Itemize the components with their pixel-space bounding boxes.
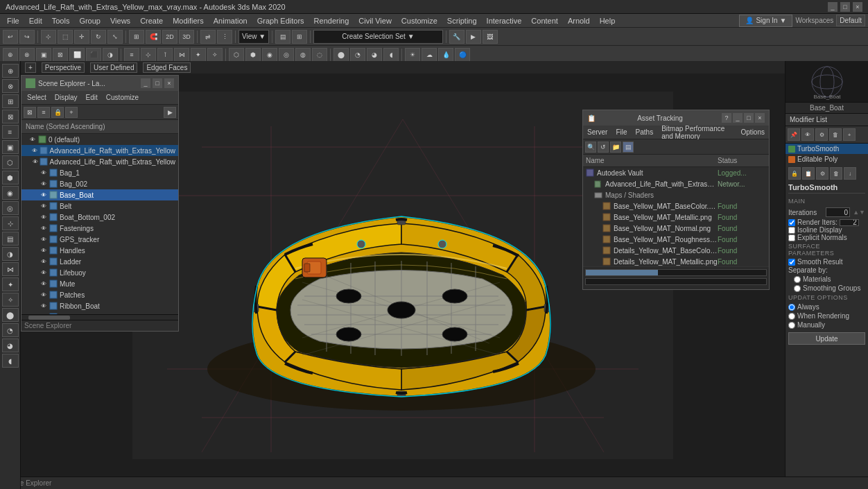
se-item-9[interactable]: 👁 GPS_tracker [21,234,178,245]
tb2-btn13[interactable]: ✧ [207,48,223,62]
close-btn[interactable]: × [853,2,862,12]
asset-tracking-list[interactable]: Autodesk Vault Logged... Advanced_Life_R… [583,167,769,266]
menu-customize[interactable]: Customize [397,15,442,26]
se-item-7[interactable]: 👁 Boat_Bottom_002 [21,212,178,223]
left-sb-btn12[interactable]: ▤ [2,232,19,246]
render-btn[interactable]: ▶ [466,30,481,44]
tb2-btn6[interactable]: ⬛ [86,48,101,62]
menu-scripting[interactable]: Scripting [443,15,481,26]
render-setup-btn[interactable]: 🔧 [449,30,465,44]
se-item-8-eye[interactable]: 👁 [40,224,48,232]
tb2-btn3[interactable]: ▣ [36,48,51,62]
se-item-14[interactable]: 👁 Patches [21,289,178,300]
tb2-btn16[interactable]: ◉ [262,48,277,62]
tb2-btn7[interactable]: ◑ [103,48,118,62]
se-item-8[interactable]: 👁 Fastenings [21,223,178,234]
se-scrollbar[interactable] [21,314,178,320]
ts-tb-btn2[interactable]: 📋 [802,167,815,180]
se-maximize-btn[interactable]: □ [153,78,162,88]
mod-delete-btn[interactable]: 🗑 [829,128,842,141]
se-item-0-eye[interactable]: 👁 [28,135,37,144]
se-item-2[interactable]: 👁 Advanced_Life_Raft_with_Extras_Yellow [21,156,178,167]
left-sb-btn19[interactable]: ◕ [2,338,19,352]
ts-when-rendering-radio[interactable] [788,313,795,320]
se-item-root[interactable]: 👁 0 (default) [21,134,178,145]
tb2-btn4[interactable]: ⊠ [53,48,68,62]
left-sb-btn6[interactable]: ▣ [2,140,19,154]
menu-animation[interactable]: Animation [209,15,252,26]
se-close-btn[interactable]: × [164,78,174,88]
ts-iterations-input[interactable] [826,207,850,217]
tb2-btn20[interactable]: ⬤ [333,48,349,62]
ts-iter-arrows[interactable]: ▲▼ [853,209,865,216]
se-item-3[interactable]: 👁 Bag_1 [21,167,178,178]
left-sb-btn17[interactable]: ⬤ [2,308,19,322]
se-item-13-eye[interactable]: 👁 [40,280,48,288]
se-item-10[interactable]: 👁 Handles [21,245,178,256]
at-menu-file[interactable]: File [614,127,628,137]
select-btn[interactable]: ⊹ [41,30,56,44]
se-menu-customize[interactable]: Customize [103,92,141,103]
mod-pin-btn[interactable]: 📌 [788,128,800,141]
mod-add-btn[interactable]: + [843,128,856,141]
maximize-btn[interactable]: □ [840,2,850,12]
selection-set-input[interactable]: Create Selection Set ▼ [313,30,442,44]
se-item-belt-eye[interactable]: 👁 [40,202,48,210]
ts-tb-btn3[interactable]: ⚙ [816,167,828,180]
tb2-btn10[interactable]: ⊺ [157,48,173,62]
move-btn[interactable]: ✛ [74,30,89,44]
layer-btn[interactable]: ▤ [275,30,290,44]
left-sb-btn14[interactable]: ⋈ [2,262,19,276]
se-item-base-boat-eye[interactable]: 👁 [40,191,48,199]
menu-tools[interactable]: Tools [48,15,74,26]
left-sb-btn20[interactable]: ◖ [2,354,19,368]
at-maximize-btn[interactable]: □ [744,113,754,123]
left-sb-btn2[interactable]: ⊗ [2,79,19,93]
left-sb-btn10[interactable]: ◎ [2,201,19,215]
se-tb-btn2[interactable]: ≡ [37,107,50,118]
at-close-btn[interactable]: × [755,113,765,123]
ts-tb-btn1[interactable]: 🔒 [788,167,801,180]
se-item-11-eye[interactable]: 👁 [40,257,48,266]
view-dropdown[interactable]: View ▼ [238,30,269,44]
at-tb-btn4[interactable]: ▤ [623,141,634,153]
se-menu-display[interactable]: Display [52,92,80,103]
se-item-base-boat[interactable]: 👁 Base_Boat [21,189,178,200]
tb2-btn11[interactable]: ⋈ [174,48,189,62]
left-sb-btn1[interactable]: ⊕ [2,64,19,78]
ts-tb-btn4[interactable]: 🗑 [830,167,842,180]
se-item-14-eye[interactable]: 👁 [40,291,48,299]
viewport-edgedfaces-label[interactable]: Edged Faces [143,62,191,73]
ts-smoothing-groups-radio[interactable] [794,285,801,292]
se-item-4[interactable]: 👁 Bag_002 [21,178,178,189]
se-item-3-eye[interactable]: 👁 [40,169,48,177]
modifier-turbosmooth[interactable]: TurboSmooth [785,144,868,154]
se-item-4-eye[interactable]: 👁 [40,180,48,188]
se-item-15[interactable]: 👁 Ribbon_Boat [21,300,178,311]
tb2-btn15[interactable]: ⬢ [245,48,261,62]
left-sb-btn5[interactable]: ≡ [2,125,19,139]
window-controls[interactable]: _ □ × [828,2,862,12]
ts-materials-radio[interactable] [794,276,801,283]
tb2-btn9[interactable]: ⊹ [141,48,156,62]
viewport-perspective-label[interactable]: + [25,62,36,73]
se-item-10-eye[interactable]: 👁 [40,246,48,255]
se-item-main-object[interactable]: 👁 Advanced_Life_Raft_with_Extras_Yellow [21,145,178,156]
se-scroll-thumb[interactable] [28,316,70,320]
tb2-btn12[interactable]: ✦ [191,48,206,62]
mod-show-btn[interactable]: 👁 [801,128,814,141]
menu-interactive[interactable]: Interactive [483,15,526,26]
at-item-map-1[interactable]: Base_Yellow_MAT_Metallic.png Found [583,212,769,223]
rotate-btn[interactable]: ↻ [91,30,106,44]
render-frame-btn[interactable]: 🖼 [483,30,498,44]
at-item-map-3[interactable]: Base_Yellow_MAT_Roughness.png Found [583,234,769,245]
menu-edit[interactable]: Edit [25,15,46,26]
ts-manually-radio[interactable] [788,322,795,329]
menu-arnold[interactable]: Arnold [564,15,594,26]
scene-explorer-list[interactable]: 👁 0 (default) 👁 Advanced_Life_Raft_with_… [21,134,178,314]
at-item-map-0[interactable]: Base_Yellow_MAT_BaseColor.png Found [583,200,769,212]
scale-btn[interactable]: ⤡ [107,30,123,44]
left-sb-btn11[interactable]: ⊹ [2,216,19,230]
at-item-map-5[interactable]: Details_Yellow_MAT_Metallic.png Found [583,256,769,266]
at-menu-paths[interactable]: Paths [634,127,655,137]
